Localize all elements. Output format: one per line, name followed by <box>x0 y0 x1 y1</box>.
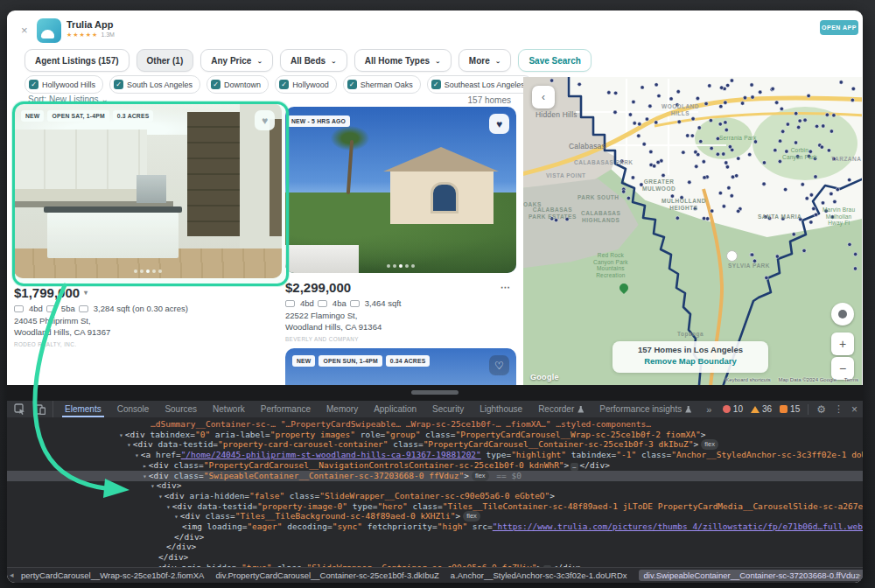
dom-tree-row[interactable]: ▾<div aria-hidden="false" class="SlideWr… <box>7 491 863 501</box>
neighborhood-chip[interactable]: ✓South Los Angeles <box>109 75 200 94</box>
neighborhood-chips: ✓Hollywood Hills✓South Los Angeles✓Downt… <box>24 75 567 94</box>
map-label: VISTA POINT <box>546 172 586 179</box>
devtools-tab-network[interactable]: Network <box>205 401 253 417</box>
filter-pill[interactable]: Other (1) <box>136 49 194 72</box>
issues-count[interactable]: 15 <box>780 404 800 414</box>
route-shield-icon <box>726 250 738 262</box>
console-warnings-count[interactable]: 36 <box>751 404 772 414</box>
filter-pill[interactable]: Save Search <box>518 49 592 72</box>
dom-tree-row[interactable]: ▾<a href="/home/24045-philiprimm-st-wood… <box>7 450 863 460</box>
dom-tree-row-selected[interactable]: ▾<div class="SwipeableContainer__Contain… <box>7 471 863 481</box>
checkbox-checked-icon: ✓ <box>279 80 289 89</box>
favorite-heart-icon[interactable]: ♥ <box>255 110 275 130</box>
neighborhood-chip[interactable]: ✓Southeast Los Angeles <box>427 75 533 94</box>
property-card-1[interactable]: NEWOPEN SAT, 1-4PM0.3 ACRES ♥ $1,799,000… <box>14 103 282 347</box>
devtools-tab-lighthouse[interactable]: Lighthouse <box>472 401 530 417</box>
carousel-dots[interactable] <box>387 264 415 268</box>
filter-pill[interactable]: Any Price⌄ <box>200 49 273 72</box>
favorite-heart-icon[interactable]: ♡ <box>489 355 509 375</box>
map-compass-button[interactable] <box>831 303 854 326</box>
console-errors-count[interactable]: 10 <box>723 404 743 414</box>
listing-badges: NEWOPEN SAT, 1-4PM0.3 ACRES <box>21 110 153 122</box>
collapse-map-button[interactable]: ‹ <box>532 86 555 108</box>
close-devtools-icon[interactable]: × <box>851 403 858 416</box>
map-label: WOODLAND HILLS <box>662 103 699 116</box>
map-label: CALABASAS HIGHLANDS <box>581 210 620 223</box>
devtools-tab-recorder[interactable]: Recorder <box>530 401 592 417</box>
map-panel[interactable]: Hidden HillsCalabasasCALABASAS PARKVISTA… <box>523 77 862 385</box>
devtools-tab-security[interactable]: Security <box>424 401 472 417</box>
dom-tree-row[interactable]: ▾<div data-testid="property-card-carouse… <box>7 439 863 450</box>
devtools-resize-handle[interactable] <box>411 390 458 395</box>
neighborhood-chip[interactable]: ✓Downtown <box>206 75 269 94</box>
breadcrumb-scroll-left-icon[interactable]: ◂ <box>10 570 14 579</box>
checkbox-checked-icon: ✓ <box>114 80 123 89</box>
close-banner-icon[interactable]: × <box>21 24 28 36</box>
neighborhood-chip[interactable]: ✓Hollywood Hills <box>24 75 103 94</box>
remove-map-boundary-link[interactable]: Remove Map Boundary <box>612 356 768 366</box>
dom-tree-row[interactable]: </div> <box>7 532 863 542</box>
neighborhood-chip[interactable]: ✓Sherman Oaks <box>343 75 421 94</box>
devtools-tab-application[interactable]: Application <box>366 401 424 417</box>
filter-pill[interactable]: More⌄ <box>458 49 512 72</box>
google-logo: Google <box>530 373 559 382</box>
breadcrumb[interactable]: a.Anchor__StyledAnchor-sc-3c3f02e-1.doUR… <box>451 570 627 580</box>
map-vector-layer <box>523 77 862 385</box>
devtools-tab-elements[interactable]: Elements <box>57 401 109 417</box>
kebab-menu-icon[interactable]: ⋮ <box>834 403 844 415</box>
breadcrumb[interactable]: pertyCardCarousel__Wrap-sc-25ce1b0f-2.fi… <box>21 570 204 580</box>
neighborhood-chip[interactable]: ✓Hollywood <box>275 75 337 94</box>
dom-tree-row[interactable]: ▸<div class="PropertyCardCarousel__Navig… <box>7 460 863 471</box>
dom-tree-row[interactable]: ▾<div data-testid="property-image-0" typ… <box>7 501 863 512</box>
settings-gear-icon[interactable]: ⚙ <box>816 403 826 416</box>
devtools-tab-sources[interactable]: Sources <box>157 401 205 417</box>
carousel-dots[interactable] <box>134 270 162 273</box>
filter-pill[interactable]: All Beds⌄ <box>280 49 347 72</box>
devtools-tab-memory[interactable]: Memory <box>318 401 366 417</box>
dom-tree-row[interactable]: </div> <box>7 542 863 552</box>
zoom-in-button[interactable]: + <box>831 332 854 355</box>
dom-tree-row[interactable]: ▾<div class="Tiles__TileBackground-sc-48… <box>7 511 863 522</box>
filter-pill[interactable]: All Home Types⌄ <box>354 49 452 72</box>
sqft-icon <box>79 305 88 312</box>
devtools-tabs: ElementsConsoleSourcesNetworkPerformance… <box>57 401 699 417</box>
card-menu-icon[interactable]: ⋯ <box>500 282 511 293</box>
results-count: 157 homes <box>444 95 511 105</box>
listing-price: $2,299,000⋯ <box>285 280 516 295</box>
devtools-breadcrumbs: pertyCardCarousel__Wrap-sc-25ce1b0f-2.fi… <box>7 567 863 583</box>
dom-tree-row[interactable]: ▾<div tabindex="0" aria-label="property … <box>7 430 863 440</box>
device-toolbar-icon[interactable] <box>34 404 46 415</box>
experiment-flask-icon <box>685 406 691 413</box>
breadcrumb-selected[interactable]: div.SwipeableContainer__Container-sc-372… <box>639 570 863 581</box>
map-label: Red Rock Canyon Park Mountains Recreatio… <box>593 252 628 278</box>
devtools-toolbar: ElementsConsoleSourcesNetworkPerformance… <box>7 401 863 417</box>
terms-link[interactable]: Terms <box>844 377 858 382</box>
filter-bar: Agent Listings (157)Other (1)Any Price⌄A… <box>24 49 592 72</box>
dom-tree-row[interactable]: </div> <box>7 552 863 563</box>
more-tabs-button[interactable]: » <box>699 404 718 415</box>
inspect-element-icon[interactable] <box>14 403 25 415</box>
devtools-tab-performance[interactable]: Performance <box>253 401 318 417</box>
keyboard-shortcuts-link[interactable]: Keyboard shortcuts <box>725 377 771 382</box>
breadcrumb[interactable]: div.PropertyCardCarousel__Container-sc-2… <box>215 570 438 580</box>
favorite-heart-icon[interactable]: ♥ <box>489 114 509 134</box>
dom-tree-row[interactable]: …dSummary__Container-sc-… "…PropertyCard… <box>7 419 863 430</box>
trulia-app-icon <box>37 18 61 43</box>
checkbox-checked-icon: ✓ <box>211 80 220 89</box>
dom-tree-row[interactable]: <img loading="eager" decoding="sync" fet… <box>7 522 863 532</box>
map-label: Serrania Park <box>719 135 756 142</box>
map-label: SYLVIA PARK <box>728 262 770 270</box>
property-card-2[interactable]: NEW - 5 HRS AGO ♥ $2,299,000⋯ 4bd4ba3,46… <box>285 107 516 342</box>
open-app-button[interactable]: OPEN APP <box>820 20 858 35</box>
devtools-tab-performance-insights[interactable]: Performance insights <box>592 401 699 417</box>
chevron-down-icon: ⌄ <box>256 57 262 63</box>
devtools-elements-tree[interactable]: …dSummary__Container-sc-… "…PropertyCard… <box>7 417 863 567</box>
divider <box>808 404 808 415</box>
breadcrumb-scroll-right-icon[interactable]: ▸ <box>857 570 861 579</box>
devtools-tab-console[interactable]: Console <box>109 401 158 417</box>
filter-pill[interactable]: Agent Listings (157) <box>24 49 130 72</box>
listing-badge: OPEN SUN, 1-4PM <box>318 355 382 367</box>
dom-tree-row[interactable]: ▾<div> <box>7 480 863 491</box>
map-label: GREATER MULWOOD <box>642 178 676 192</box>
map-label: CALABASAS PARK ESTATES <box>528 206 577 220</box>
